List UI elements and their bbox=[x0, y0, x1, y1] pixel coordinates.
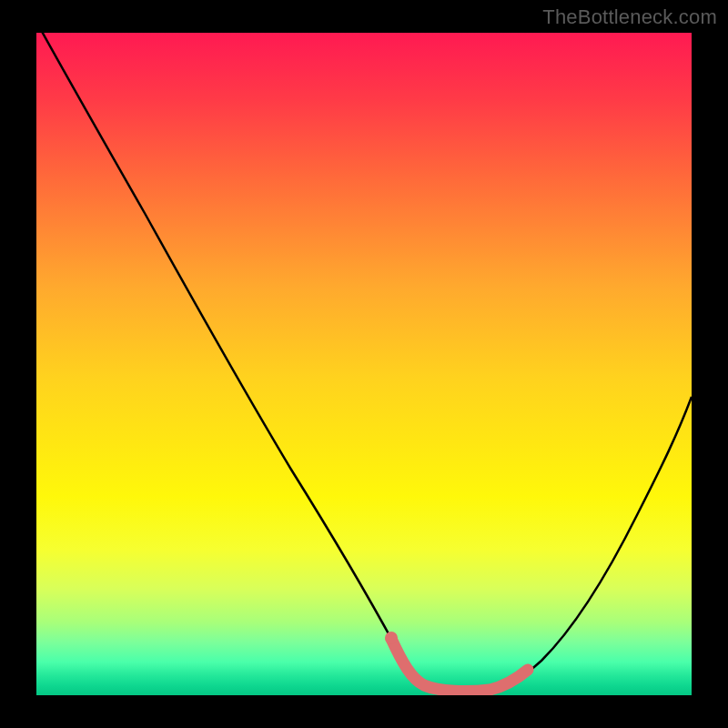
optimal-highlight-path bbox=[391, 639, 528, 692]
highlight-start-dot-icon bbox=[385, 632, 398, 644]
plot-area bbox=[36, 33, 692, 695]
curve-svg bbox=[36, 33, 692, 695]
watermark-label: TheBottleneck.com bbox=[542, 5, 717, 29]
bottleneck-curve-path bbox=[40, 33, 692, 692]
chart-container: TheBottleneck.com bbox=[0, 0, 728, 728]
